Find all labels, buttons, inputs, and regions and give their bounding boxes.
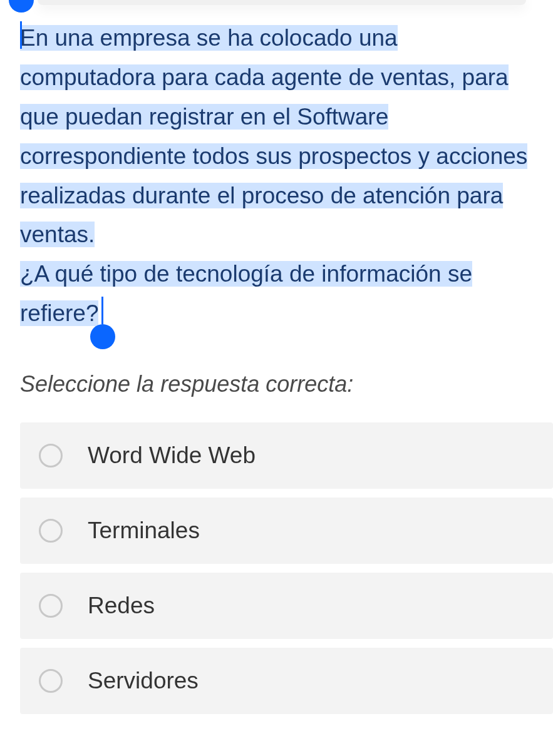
- question-text[interactable]: En una empresa se ha colocado una comput…: [20, 19, 533, 334]
- option-word-wide-web[interactable]: Word Wide Web: [20, 422, 553, 489]
- option-label: Redes: [88, 593, 155, 619]
- option-label: Word Wide Web: [88, 442, 256, 469]
- question-paragraph-2: ¿A qué tipo de tecnología de información…: [20, 261, 472, 326]
- instruction-text: Seleccione la respuesta correcta:: [0, 334, 553, 422]
- option-redes[interactable]: Redes: [20, 573, 553, 639]
- option-label: Servidores: [88, 668, 199, 694]
- selection-handle-end[interactable]: [90, 324, 115, 349]
- radio-icon[interactable]: [39, 444, 63, 467]
- radio-icon[interactable]: [39, 669, 63, 693]
- option-servidores[interactable]: Servidores: [20, 648, 553, 714]
- option-label: Terminales: [88, 518, 200, 544]
- question-block: En una empresa se ha colocado una comput…: [0, 0, 553, 334]
- selection-cursor-start: [20, 21, 22, 49]
- selection-cursor-end: [101, 297, 103, 324]
- question-paragraph-1: En una empresa se ha colocado una comput…: [20, 25, 527, 247]
- options-list: Word Wide Web Terminales Redes Servidore…: [0, 422, 553, 714]
- radio-icon[interactable]: [39, 519, 63, 543]
- option-terminales[interactable]: Terminales: [20, 498, 553, 564]
- radio-icon[interactable]: [39, 594, 63, 618]
